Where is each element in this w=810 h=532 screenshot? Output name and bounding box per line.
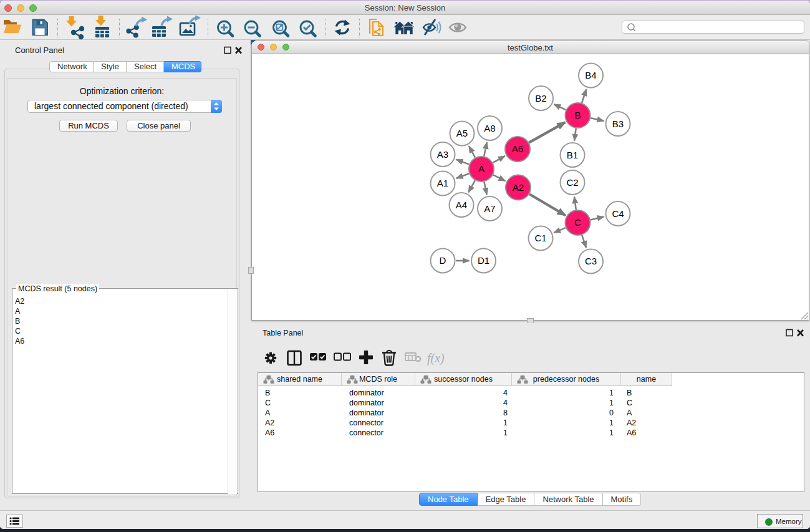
- svg-text:C: C: [574, 217, 581, 228]
- svg-text:B1: B1: [567, 150, 578, 160]
- svg-text:D: D: [440, 255, 446, 266]
- svg-text:A2: A2: [513, 182, 524, 193]
- svg-text:A1: A1: [437, 178, 448, 188]
- svg-text:D1: D1: [478, 255, 489, 266]
- svg-text:B3: B3: [612, 118, 624, 129]
- svg-text:A7: A7: [484, 203, 495, 214]
- svg-text:A6: A6: [512, 143, 523, 154]
- svg-text:B4: B4: [585, 70, 596, 80]
- svg-text:A5: A5: [456, 128, 468, 138]
- svg-text:C2: C2: [566, 177, 578, 188]
- svg-text:A3: A3: [437, 149, 448, 160]
- svg-text:A8: A8: [484, 123, 495, 133]
- svg-text:C4: C4: [612, 208, 624, 219]
- svg-text:A4: A4: [456, 200, 467, 210]
- svg-text:B: B: [574, 110, 581, 120]
- svg-text:C3: C3: [585, 256, 597, 266]
- svg-text:C1: C1: [534, 233, 546, 243]
- svg-text:A: A: [478, 163, 485, 174]
- svg-text:B2: B2: [535, 93, 546, 104]
- svg-text:f(x): f(x): [427, 351, 445, 365]
